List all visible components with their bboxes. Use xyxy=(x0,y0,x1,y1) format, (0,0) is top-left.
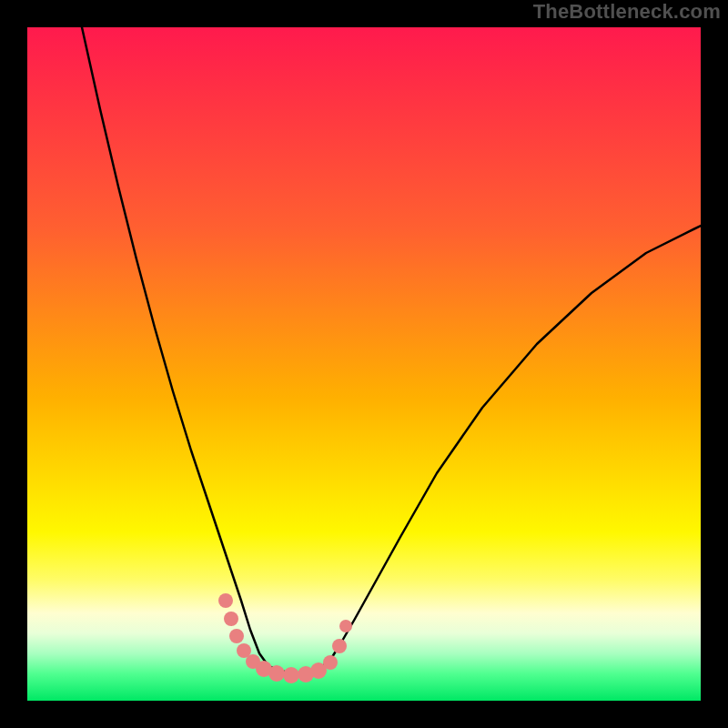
watermark-text: TheBottleneck.com xyxy=(533,0,721,24)
marker-11 xyxy=(332,639,347,653)
marker-1 xyxy=(224,612,238,626)
marker-0 xyxy=(218,593,233,608)
bottleneck-chart xyxy=(27,27,701,701)
marker-10 xyxy=(323,655,338,670)
marker-12 xyxy=(339,620,352,632)
outer-frame: TheBottleneck.com xyxy=(0,0,728,728)
marker-2 xyxy=(229,629,244,643)
gradient-background xyxy=(27,27,701,701)
marker-7 xyxy=(283,667,299,683)
marker-6 xyxy=(268,665,285,682)
plot-area xyxy=(27,27,701,701)
